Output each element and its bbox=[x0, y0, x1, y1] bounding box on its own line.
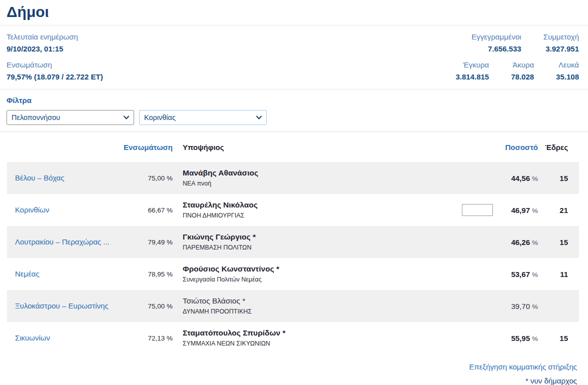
seats-value: 21 bbox=[538, 206, 568, 214]
column-header-integration[interactable]: Ενσωμάτωση bbox=[15, 143, 173, 152]
incumbent-mayor-note: * νυν δήμαρχος bbox=[7, 376, 577, 385]
percentage-value: 39,70% bbox=[493, 302, 538, 310]
stat-last-update: Τελευταία ενημέρωση 9/10/2023, 01:15 bbox=[7, 32, 78, 54]
integration-value: 72,13 % bbox=[133, 334, 173, 342]
candidate-name: Σταματόπουλος Σπυρίδων * bbox=[183, 328, 458, 338]
prefecture-select[interactable]: Κορινθίας bbox=[139, 110, 267, 125]
table-row: Βέλου – Βόχας 75,00 % Μανάβης Αθανάσιος … bbox=[7, 162, 579, 194]
region-select-wrap: Πελοποννήσου bbox=[7, 110, 134, 125]
stat-label: Εγγεγραμμένοι bbox=[471, 32, 521, 42]
stat-label: Συμμετοχή bbox=[543, 32, 579, 42]
party-name: ΔΥΝΑΜΗ ΠΡΟΟΠΤΙΚΗΣ bbox=[183, 308, 458, 316]
percent-sign: % bbox=[532, 175, 538, 182]
stat-value: 3.814.815 bbox=[455, 72, 489, 82]
stat-valid: Έγκυρα 3.814.815 bbox=[455, 60, 489, 82]
filters-heading: Φίλτρα bbox=[7, 96, 579, 106]
stat-invalid: Άκυρα 78.028 bbox=[511, 60, 534, 82]
percent-sign: % bbox=[532, 207, 538, 214]
stat-label: Ενσωμάτωση bbox=[7, 60, 103, 70]
percentage-number: 55,95 bbox=[511, 334, 530, 342]
percent-sign: % bbox=[532, 271, 538, 278]
percent-sign: % bbox=[532, 303, 538, 310]
party-name: ΝΕΑ πνοή bbox=[183, 180, 458, 188]
table-body: Βέλου – Βόχας 75,00 % Μανάβης Αθανάσιος … bbox=[7, 162, 579, 354]
prefecture-select-wrap: Κορινθίας bbox=[139, 110, 267, 125]
table-header-row: Ενσωμάτωση Υποψήφιος Ποσοστό Έδρες bbox=[7, 132, 579, 162]
percentage-number: 53,67 bbox=[511, 270, 530, 278]
candidate-name: Σταυρέλης Νικόλαος bbox=[183, 200, 458, 210]
municipality-link[interactable]: Κορινθίων bbox=[15, 206, 49, 214]
candidate-name: Γκιώνης Γεώργιος * bbox=[183, 232, 458, 242]
stat-integration: Ενσωμάτωση 79,57% (18.079 / 22.722 ΕΤ) bbox=[7, 60, 103, 82]
candidate-name: Τσιώτος Βλάσιος * bbox=[183, 296, 458, 306]
results-table: Ενσωμάτωση Υποψήφιος Ποσοστό Έδρες Βέλου… bbox=[7, 132, 579, 354]
stat-value: 35.108 bbox=[556, 72, 579, 82]
stat-value: 79,57% (18.079 / 22.722 ΕΤ) bbox=[7, 72, 103, 82]
seats-value: 15 bbox=[538, 238, 568, 246]
region-select[interactable]: Πελοποννήσου bbox=[7, 110, 134, 125]
percentage-value: 46,26% bbox=[493, 238, 538, 246]
percentage-number: 39,70 bbox=[511, 302, 530, 310]
integration-value: 75,00 % bbox=[133, 174, 173, 182]
page: Δήμοι Τελευταία ενημέρωση 9/10/2023, 01:… bbox=[0, 0, 588, 385]
table-row: Ξυλοκάστρου – Ευρωστίνης 75,00 % Τσιώτος… bbox=[7, 290, 579, 322]
table-row: Νεμέας 78,95 % Φρούσιος Κωνσταντίνος * Σ… bbox=[7, 258, 579, 290]
percentage-value: 55,95% bbox=[493, 334, 538, 342]
municipality-link[interactable]: Λουτρακίου – Περαχώρας ... bbox=[15, 238, 110, 246]
integration-value: 78,95 % bbox=[133, 270, 173, 278]
party-logo-placeholder bbox=[462, 204, 493, 216]
percentage-number: 44,56 bbox=[511, 174, 530, 182]
stat-value: 78.028 bbox=[511, 72, 534, 82]
column-header-percentage[interactable]: Ποσοστό bbox=[458, 143, 538, 152]
stat-value: 3.927.951 bbox=[543, 44, 579, 54]
percent-sign: % bbox=[532, 239, 538, 246]
stat-label: Λευκά bbox=[556, 60, 579, 70]
percentage-number: 46,97 bbox=[511, 206, 530, 214]
percentage-value: 53,67% bbox=[493, 270, 538, 278]
stat-value: 7.656.533 bbox=[471, 44, 521, 54]
municipality-link[interactable]: Βέλου – Βόχας bbox=[15, 174, 65, 182]
results-footer: Επεξήγηση κομματικής στήριξης * νυν δήμα… bbox=[7, 362, 579, 385]
party-name: Συνεργασία Πολιτών Νεμέας bbox=[183, 276, 458, 284]
integration-value: 66,67 % bbox=[133, 206, 173, 214]
seats-value: 15 bbox=[538, 334, 568, 342]
column-header-candidate: Υποψήφιος bbox=[173, 143, 458, 152]
party-name: ΠΝΟΗ ΔΗΜΙΟΥΡΓΙΑΣ bbox=[183, 212, 458, 220]
percentage-value: 46,97% bbox=[493, 206, 538, 214]
page-title: Δήμοι bbox=[7, 0, 579, 25]
stat-value: 9/10/2023, 01:15 bbox=[7, 44, 78, 54]
municipality-link[interactable]: Σικυωνίων bbox=[15, 334, 50, 342]
filters-section: Φίλτρα Πελοποννήσου Κορινθίας bbox=[7, 90, 579, 132]
party-name: ΣΥΜΜΑΧΙΑ ΝΕΩΝ ΣΙΚΥΩΝΙΩΝ bbox=[183, 340, 458, 348]
stat-blank: Λευκά 35.108 bbox=[556, 60, 579, 82]
stat-registered: Εγγεγραμμένοι 7.656.533 bbox=[471, 32, 521, 54]
party-support-explanation-link[interactable]: Επεξήγηση κομματικής στήριξης bbox=[469, 362, 577, 371]
percent-sign: % bbox=[532, 335, 538, 342]
municipality-link[interactable]: Νεμέας bbox=[15, 270, 40, 278]
candidate-name: Μανάβης Αθανάσιος bbox=[183, 168, 458, 178]
seats-value: 15 bbox=[538, 174, 568, 182]
integration-value: 75,00 % bbox=[133, 302, 173, 310]
stat-label: Τελευταία ενημέρωση bbox=[7, 32, 78, 42]
table-row: Σικυωνίων 72,13 % Σταματόπουλος Σπυρίδων… bbox=[7, 322, 579, 354]
integration-value: 79,49 % bbox=[133, 238, 173, 246]
percentage-value: 44,56% bbox=[493, 174, 538, 182]
stat-label: Άκυρα bbox=[511, 60, 534, 70]
table-row: Λουτρακίου – Περαχώρας ... 79,49 % Γκιών… bbox=[7, 226, 579, 258]
candidate-name: Φρούσιος Κωνσταντίνος * bbox=[183, 264, 458, 274]
municipality-link[interactable]: Ξυλοκάστρου – Ευρωστίνης bbox=[15, 302, 109, 310]
table-row: Κορινθίων 66,67 % Σταυρέλης Νικόλαος ΠΝΟ… bbox=[7, 194, 579, 226]
column-header-seats: Έδρες bbox=[538, 143, 568, 152]
percentage-number: 46,26 bbox=[511, 238, 530, 246]
stat-turnout: Συμμετοχή 3.927.951 bbox=[543, 32, 579, 54]
stats-section: Τελευταία ενημέρωση 9/10/2023, 01:15 Εγγ… bbox=[7, 26, 579, 89]
seats-value: 11 bbox=[538, 270, 568, 278]
stat-label: Έγκυρα bbox=[455, 60, 489, 70]
party-name: ΠΑΡΕΜΒΑΣΗ ΠΟΛΙΤΩΝ bbox=[183, 244, 458, 252]
